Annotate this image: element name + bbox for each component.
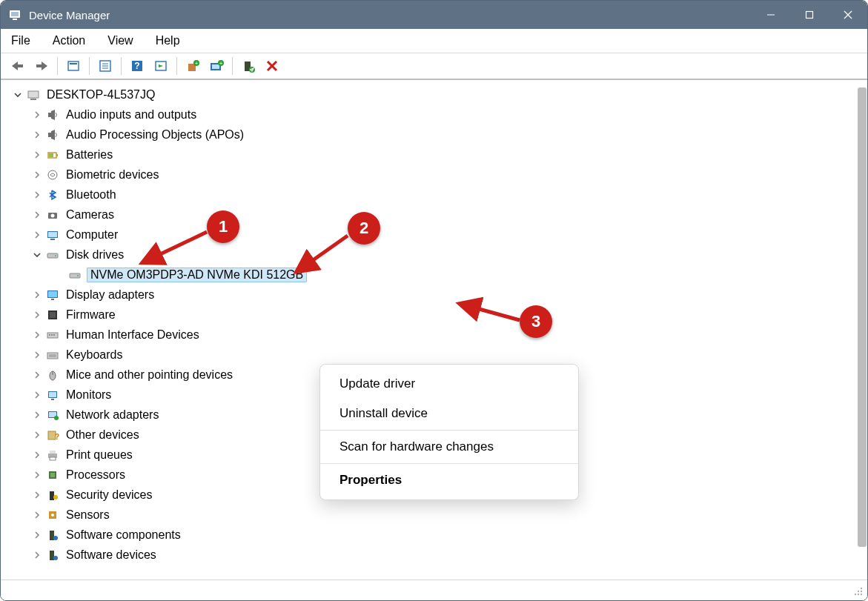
tree-item-label: Firmware	[64, 308, 117, 322]
disk-icon	[67, 268, 82, 282]
chevron-right-icon[interactable]	[30, 408, 44, 422]
chevron-right-icon[interactable]	[30, 128, 44, 142]
chevron-right-icon[interactable]	[30, 468, 44, 482]
tree-item-biometric-devices[interactable]: Biometric devices	[8, 165, 854, 185]
menubar: File Action View Help	[1, 29, 867, 53]
biometric-icon	[45, 167, 60, 182]
tree-item-label: DESKTOP-4L537JQ	[45, 88, 156, 102]
chevron-right-icon[interactable]	[30, 148, 44, 162]
ctx-uninstall-device[interactable]: Uninstall device	[320, 399, 578, 428]
app-icon	[8, 8, 21, 21]
chevron-right-icon[interactable]	[30, 328, 44, 342]
device-manager-window: Device Manager File Action View Help ? +…	[0, 0, 868, 601]
chevron-right-icon[interactable]	[53, 268, 66, 282]
tree-item-batteries[interactable]: Batteries	[8, 145, 854, 165]
maximize-button[interactable]	[790, 1, 829, 29]
chevron-right-icon[interactable]	[30, 548, 44, 562]
tree-item-display-adapters[interactable]: Display adapters	[8, 285, 854, 305]
show-hidden-button[interactable]	[62, 56, 85, 76]
firmware-icon	[45, 308, 60, 322]
software-icon	[45, 528, 60, 542]
menu-view[interactable]: View	[105, 31, 136, 50]
chevron-down-icon[interactable]	[30, 248, 44, 262]
svg-rect-53	[48, 291, 57, 297]
vertical-scrollbar[interactable]	[858, 87, 867, 578]
uninstall-button[interactable]	[261, 56, 283, 76]
tree-item-bluetooth[interactable]: Bluetooth	[8, 185, 854, 205]
minimize-button[interactable]	[752, 1, 790, 29]
help-button[interactable]: ?	[126, 56, 148, 76]
menu-file[interactable]: File	[8, 31, 33, 50]
close-button[interactable]	[829, 1, 867, 29]
tree-item-keyboards[interactable]: Keyboards	[8, 345, 854, 365]
chevron-right-icon[interactable]	[30, 208, 44, 222]
chevron-right-icon[interactable]	[30, 388, 44, 402]
tree-item-computer[interactable]: Computer	[8, 225, 854, 245]
chevron-right-icon[interactable]	[30, 168, 44, 182]
svg-rect-47	[50, 239, 55, 240]
svg-rect-34	[30, 99, 36, 100]
tree-item-cameras[interactable]: Cameras	[8, 205, 854, 225]
chevron-right-icon[interactable]	[30, 368, 44, 382]
chevron-right-icon[interactable]	[30, 528, 44, 542]
tree-item-nvme-om3pdp3-ad-nvme-kdi-512gb[interactable]: NVMe OM3PDP3-AD NVMe KDI 512GB	[8, 265, 854, 285]
scan-button[interactable]	[150, 56, 172, 76]
forward-button[interactable]	[30, 56, 53, 76]
software-icon	[45, 548, 60, 562]
tree-item-human-interface-devices[interactable]: Human Interface Devices	[8, 325, 854, 345]
chevron-right-icon[interactable]	[30, 228, 44, 242]
chevron-right-icon[interactable]	[30, 108, 44, 122]
svg-rect-4	[806, 12, 813, 19]
root-icon	[26, 87, 41, 102]
scrollbar-thumb[interactable]	[858, 87, 867, 547]
ctx-update-driver[interactable]: Update driver	[320, 369, 578, 399]
tree-item-software-components[interactable]: Software components	[8, 525, 854, 545]
chevron-right-icon[interactable]	[30, 348, 44, 362]
tree-item-label: Disk drives	[64, 248, 125, 262]
svg-rect-59	[51, 334, 53, 336]
computer-icon	[45, 228, 60, 242]
tree-item-software-devices[interactable]: Software devices	[8, 545, 854, 565]
tree-item-firmware[interactable]: Firmware	[8, 305, 854, 325]
menu-help[interactable]: Help	[153, 31, 183, 50]
tree-item-label: Software devices	[64, 548, 158, 562]
back-button[interactable]	[7, 56, 29, 76]
ctx-properties[interactable]: Properties	[320, 465, 578, 495]
device-tree[interactable]: DESKTOP-4L537JQAudio inputs and outputsA…	[1, 80, 867, 600]
chevron-right-icon[interactable]	[30, 448, 44, 462]
display-icon	[45, 288, 60, 302]
properties-button[interactable]	[94, 56, 116, 76]
chevron-right-icon[interactable]	[30, 288, 44, 302]
ctx-separator	[320, 463, 578, 464]
chevron-right-icon[interactable]	[30, 488, 44, 502]
context-menu: Update driver Uninstall device Scan for …	[319, 364, 579, 500]
svg-rect-40	[56, 154, 58, 156]
svg-marker-20	[159, 64, 163, 67]
tree-item-disk-drives[interactable]: Disk drives	[8, 245, 854, 265]
chevron-right-icon[interactable]	[30, 308, 44, 322]
tree-item-label: Security devices	[64, 488, 154, 502]
tree-item-sensors[interactable]: Sensors	[8, 505, 854, 525]
svg-point-44	[51, 213, 55, 217]
ctx-scan-hardware[interactable]: Scan for hardware changes	[320, 432, 578, 462]
tree-root[interactable]: DESKTOP-4L537JQ	[8, 84, 854, 104]
window-title: Device Manager	[29, 9, 110, 21]
svg-rect-25	[212, 64, 219, 69]
tree-item-audio-processing-objects-apos[interactable]: Audio Processing Objects (APOs)	[8, 124, 854, 145]
chevron-right-icon[interactable]	[30, 428, 44, 442]
resize-grip-icon	[851, 584, 864, 597]
chevron-right-icon[interactable]	[30, 188, 44, 202]
svg-rect-8	[18, 64, 23, 67]
chevron-down-icon[interactable]	[11, 88, 24, 102]
menu-action[interactable]: Action	[50, 31, 88, 50]
bluetooth-icon	[45, 187, 60, 202]
tree-item-audio-inputs-and-outputs[interactable]: Audio inputs and outputs	[8, 104, 854, 124]
svg-rect-56	[50, 312, 56, 318]
chevron-right-icon[interactable]	[30, 508, 44, 522]
tree-item-label: Audio inputs and outputs	[64, 108, 198, 122]
enable-button[interactable]	[237, 56, 259, 76]
add-hardware-button[interactable]: +	[205, 56, 228, 76]
svg-rect-67	[49, 392, 56, 397]
update-driver-button[interactable]: +	[182, 56, 204, 76]
tree-item-label: Biometric devices	[64, 168, 160, 182]
